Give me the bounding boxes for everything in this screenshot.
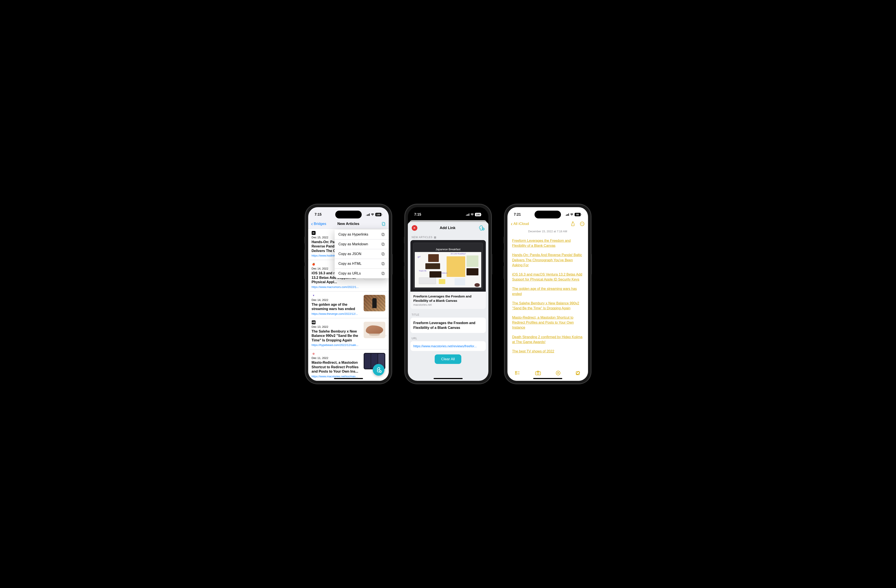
- favicon: H: [312, 231, 315, 235]
- preview-thumbnail: Japanese Breakfast: [410, 240, 486, 292]
- wifi-icon: [471, 213, 474, 216]
- article-row[interactable]: ▾ Dec 14, 2022 The golden age of the str…: [308, 292, 389, 318]
- note-link[interactable]: Death Stranding 2 confirmed by Hideo Koj…: [512, 335, 583, 344]
- back-button[interactable]: ‹ All iCloud: [511, 221, 529, 226]
- back-button[interactable]: ‹ Bridges: [311, 221, 326, 226]
- signal-icon: [565, 213, 569, 216]
- note-link-line: The Salehe Bembury x New Balance 990v2 "…: [512, 301, 583, 311]
- popover-item[interactable]: Copy as JSON: [335, 249, 389, 259]
- more-button[interactable]: [580, 222, 585, 226]
- note-link-line: The golden age of the streaming wars has…: [512, 286, 583, 296]
- note-link[interactable]: Freeform Leverages the Freedom and Flexi…: [512, 239, 571, 248]
- add-link-fab[interactable]: [373, 364, 384, 375]
- article-url: https://www.macrumors.com/2022/1...: [312, 285, 361, 289]
- svg-point-20: [515, 373, 517, 375]
- camera-button[interactable]: [535, 371, 541, 375]
- article-thumbnail: [364, 322, 385, 338]
- chevron-right-icon: ›: [386, 334, 387, 337]
- copy-menu-button[interactable]: [381, 222, 386, 226]
- status-time: 7:15: [315, 213, 322, 216]
- copy-icon: [381, 272, 385, 275]
- popover-label: Copy as Markdown: [338, 242, 368, 246]
- page-title: New Articles: [337, 222, 359, 226]
- article-date: Dec 14, 2022: [312, 298, 361, 302]
- title-label: TITLE: [412, 313, 485, 316]
- copy-popover: Copy as Hyperlinks Copy as Markdown Copy…: [335, 230, 389, 278]
- battery-icon: 100: [475, 213, 482, 216]
- note-link-line: Death Stranding 2 confirmed by Hideo Koj…: [512, 334, 583, 345]
- favicon: ▾: [312, 293, 315, 298]
- back-label: Bridges: [314, 222, 326, 226]
- svg-point-15: [581, 223, 582, 224]
- chevron-right-icon: ›: [386, 365, 387, 368]
- preview-domain: macstories.net: [413, 303, 483, 306]
- popover-item[interactable]: Copy as Hyperlinks: [335, 230, 389, 239]
- ellipsis-circle-icon: [580, 222, 585, 226]
- copy-icon: [381, 232, 385, 236]
- link-preview-card[interactable]: Japanese Breakfast: [410, 240, 486, 309]
- note-link-line: Masto-Redirect, a Mastodon Shortcut to R…: [512, 315, 583, 330]
- note-link[interactable]: The best TV shows of 2022: [512, 349, 554, 353]
- favicon: ◎: [312, 352, 315, 356]
- note-link[interactable]: iOS 16.3 and macOS Ventura 13.2 Betas Ad…: [512, 273, 582, 281]
- share-button[interactable]: [571, 222, 575, 226]
- dynamic-island: [335, 211, 362, 219]
- note-link-line: Freeform Leverages the Freedom and Flexi…: [512, 238, 583, 248]
- battery-icon: 100: [375, 213, 382, 216]
- home-indicator[interactable]: [434, 378, 463, 379]
- article-url: https://www.macstories.net/ios/mas...: [312, 375, 361, 378]
- svg-point-16: [582, 223, 582, 224]
- url-field[interactable]: https://www.macstories.net/reviews/freef…: [410, 341, 486, 351]
- article-url: https://www.theverge.com/2022/12/...: [312, 312, 361, 315]
- signal-icon: [465, 213, 469, 216]
- dynamic-island: [435, 211, 461, 219]
- close-button[interactable]: ✕: [412, 225, 418, 231]
- popover-item[interactable]: Copy as Markdown: [335, 239, 389, 249]
- nav-bar: ‹ Bridges New Articles: [308, 219, 389, 229]
- markup-button[interactable]: [556, 371, 561, 375]
- confirm-add-button[interactable]: [478, 225, 485, 231]
- article-date: Dec 11, 2022: [312, 356, 361, 360]
- share-icon: [571, 222, 575, 226]
- chevron-right-icon: ›: [386, 305, 387, 308]
- article-date: Dec 13, 2022: [312, 325, 361, 328]
- title-field[interactable]: Freeform Leverages the Freedom and Flexi…: [410, 318, 486, 333]
- note-link[interactable]: Masto-Redirect, a Mastodon Shortcut to R…: [512, 316, 574, 329]
- modal-title: Add Link: [440, 226, 456, 230]
- battery-icon: 99: [574, 213, 582, 216]
- favicon: 🍎: [312, 262, 315, 266]
- note-body[interactable]: Freeform Leverages the Freedom and Flexi…: [507, 233, 588, 360]
- note-link[interactable]: Hands-On: Panda And Reverse Panda! Balti…: [512, 253, 582, 267]
- popover-label: Copy as JSON: [338, 252, 361, 256]
- status-time: 7:21: [514, 213, 521, 216]
- svg-point-17: [583, 223, 583, 224]
- compose-button[interactable]: [576, 371, 581, 375]
- article-title: Masto-Redirect, a Mastodon Shortcut to R…: [312, 360, 361, 374]
- popover-item[interactable]: Copy as HTML: [335, 259, 389, 269]
- chevron-left-icon: ‹: [311, 221, 313, 226]
- clear-all-button[interactable]: Clear All: [435, 354, 461, 364]
- copy-icon: [381, 242, 385, 246]
- status-time: 7:15: [414, 213, 421, 216]
- popover-label: Copy as URLs: [338, 272, 361, 275]
- note-link-line: iOS 16.3 and macOS Ventura 13.2 Betas Ad…: [512, 272, 583, 282]
- article-thumbnail: [364, 295, 385, 311]
- article-url: https://hypebeast.com/2022/12/sale...: [312, 343, 361, 346]
- home-indicator[interactable]: [533, 378, 562, 379]
- popover-label: Copy as HTML: [338, 262, 362, 266]
- section-label: NEW ARTICLES ▦: [412, 236, 485, 239]
- popover-item[interactable]: Copy as URLs: [335, 269, 389, 278]
- collection-icon: ▦: [434, 236, 436, 239]
- article-title: The golden age of the streaming wars has…: [312, 302, 361, 311]
- article-row[interactable]: HB Dec 13, 2022 The Salehe Bembury x New…: [308, 318, 389, 349]
- note-link[interactable]: The golden age of the streaming wars has…: [512, 287, 577, 296]
- signal-icon: [366, 213, 370, 216]
- home-indicator[interactable]: [334, 378, 363, 379]
- favicon: HB: [312, 321, 315, 324]
- svg-point-23: [537, 372, 539, 374]
- note-link[interactable]: The Salehe Bembury x New Balance 990v2 "…: [512, 301, 579, 310]
- link-add-icon: [478, 225, 485, 231]
- preview-title: Freeform Leverages the Freedom and Flexi…: [413, 294, 483, 303]
- checklist-button[interactable]: [515, 371, 520, 375]
- note-link-line: Hands-On: Panda And Reverse Panda! Balti…: [512, 252, 583, 267]
